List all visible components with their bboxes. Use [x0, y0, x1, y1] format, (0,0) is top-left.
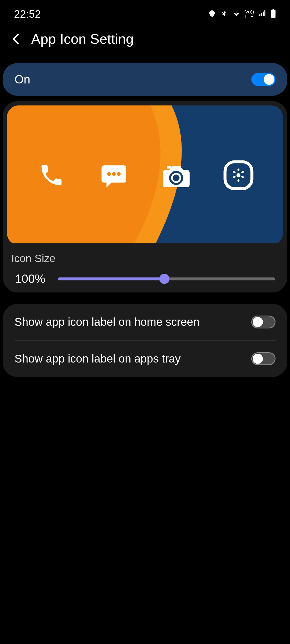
icon-size-section: Icon Size 100%: [7, 245, 283, 288]
home-screen-label-text: Show app icon label on home screen: [15, 316, 200, 328]
bluetooth-icon: [220, 8, 227, 20]
page-title: App Icon Setting: [31, 31, 134, 47]
main-toggle-card[interactable]: On: [3, 63, 287, 96]
header: App Icon Setting: [0, 25, 290, 58]
slider-fill: [58, 277, 164, 280]
battery-icon: [271, 8, 276, 20]
messages-icon: [98, 159, 130, 191]
main-toggle-switch[interactable]: [251, 73, 276, 86]
home-screen-label-toggle[interactable]: [251, 316, 276, 328]
phone-icon: [35, 159, 68, 191]
svg-rect-6: [167, 166, 171, 169]
svg-point-3: [117, 172, 121, 176]
chevron-left-icon: [12, 33, 20, 45]
apps-tray-label-toggle[interactable]: [251, 352, 276, 365]
svg-point-8: [237, 173, 241, 177]
svg-point-1: [107, 172, 111, 176]
status-icons: Vo))LTE: [208, 8, 276, 20]
settings-card: Show app icon label on home screen Show …: [3, 304, 287, 377]
home-screen-label-row[interactable]: Show app icon label on home screen: [3, 304, 287, 340]
apps-tray-label-row[interactable]: Show app icon label on apps tray: [3, 341, 287, 377]
status-time: 22:52: [14, 8, 41, 20]
svg-point-2: [112, 172, 116, 176]
icon-size-label: Icon Size: [11, 253, 279, 265]
svg-point-5: [173, 175, 180, 181]
camera-icon: [160, 159, 192, 191]
volte-icon: Vo))LTE: [245, 9, 254, 19]
apps-tray-label-text: Show app icon label on apps tray: [15, 352, 181, 365]
preview-card: Icon Size 100%: [3, 101, 287, 292]
status-bar: 22:52 Vo))LTE: [0, 0, 290, 25]
icon-size-value: 100%: [15, 272, 50, 286]
slider-thumb[interactable]: [159, 274, 169, 284]
main-toggle-label: On: [15, 73, 30, 86]
gallery-icon: [222, 159, 255, 191]
signal-icon: [258, 8, 266, 20]
alarm-icon: [208, 8, 216, 20]
icon-size-slider[interactable]: [58, 277, 275, 280]
icon-preview: [7, 105, 283, 245]
back-button[interactable]: [11, 34, 21, 44]
wifi-icon: [232, 8, 241, 20]
